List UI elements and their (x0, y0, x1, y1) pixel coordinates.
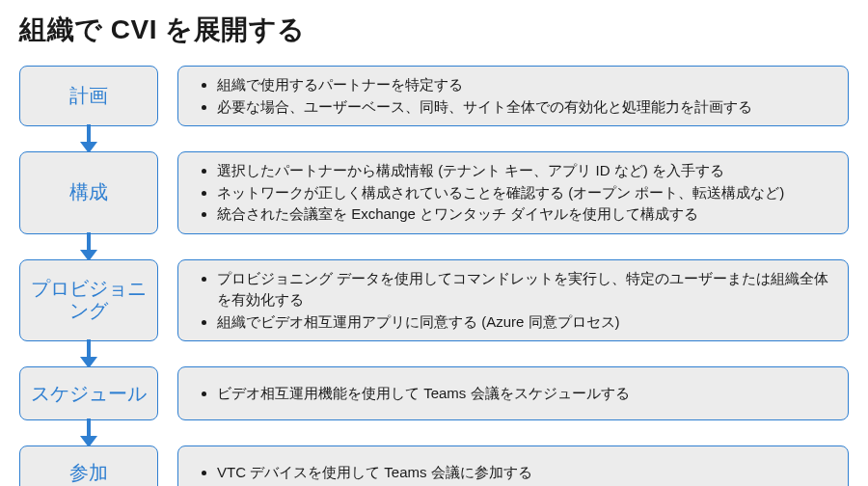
stage-plan: 計画 (19, 66, 158, 126)
stage-label: スケジュール (31, 383, 147, 405)
stage-label: 参加 (69, 462, 108, 484)
stage-label: プロビジョニング (26, 278, 151, 322)
flow-diagram: 計画 組織で使用するパートナーを特定する 必要な場合、ユーザーベース、同時、サイ… (19, 66, 849, 486)
flow-row: スケジュール ビデオ相互運用機能を使用して Teams 会議をスケジュールする (19, 366, 849, 420)
flow-row: 計画 組織で使用するパートナーを特定する 必要な場合、ユーザーベース、同時、サイ… (19, 66, 849, 126)
stage-provision: プロビジョニング (19, 259, 158, 342)
stage-desc: プロビジョニング データを使用してコマンドレットを実行し、特定のユーザーまたは組… (177, 259, 849, 342)
flow-arrow (19, 420, 158, 446)
stage-desc: VTC デバイスを使用して Teams 会議に参加する (177, 446, 849, 486)
desc-item: 組織で使用するパートナーを特定する (217, 74, 752, 96)
flow-arrow (19, 126, 158, 151)
flow-arrow (19, 234, 158, 259)
stage-join: 参加 (19, 446, 158, 486)
stage-label: 計画 (69, 85, 108, 107)
desc-item: 選択したパートナーから構成情報 (テナント キー、アプリ ID など) を入手す… (217, 160, 784, 182)
stage-desc: 組織で使用するパートナーを特定する 必要な場合、ユーザーベース、同時、サイト全体… (177, 66, 849, 126)
desc-item: VTC デバイスを使用して Teams 会議に参加する (217, 462, 532, 484)
desc-item: 統合された会議室を Exchange とワンタッチ ダイヤルを使用して構成する (217, 203, 784, 226)
flow-arrow (19, 341, 158, 366)
flow-row: 参加 VTC デバイスを使用して Teams 会議に参加する (19, 446, 849, 486)
desc-item: ビデオ相互運用機能を使用して Teams 会議をスケジュールする (217, 383, 630, 405)
stage-schedule: スケジュール (19, 366, 158, 420)
flow-row: 構成 選択したパートナーから構成情報 (テナント キー、アプリ ID など) を… (19, 151, 849, 234)
flow-row: プロビジョニング プロビジョニング データを使用してコマンドレットを実行し、特定… (19, 259, 849, 342)
stage-label: 構成 (69, 181, 108, 203)
stage-desc: ビデオ相互運用機能を使用して Teams 会議をスケジュールする (177, 366, 849, 420)
stage-configure: 構成 (19, 151, 158, 234)
desc-item: 必要な場合、ユーザーベース、同時、サイト全体での有効化と処理能力を計画する (217, 96, 752, 119)
desc-item: プロビジョニング データを使用してコマンドレットを実行し、特定のユーザーまたは組… (217, 268, 834, 311)
page-title: 組織で CVI を展開する (19, 12, 849, 48)
stage-desc: 選択したパートナーから構成情報 (テナント キー、アプリ ID など) を入手す… (177, 151, 849, 234)
desc-item: ネットワークが正しく構成されていることを確認する (オープン ポート、転送構成な… (217, 182, 784, 204)
desc-item: 組織でビデオ相互運用アプリに同意する (Azure 同意プロセス) (217, 311, 834, 334)
